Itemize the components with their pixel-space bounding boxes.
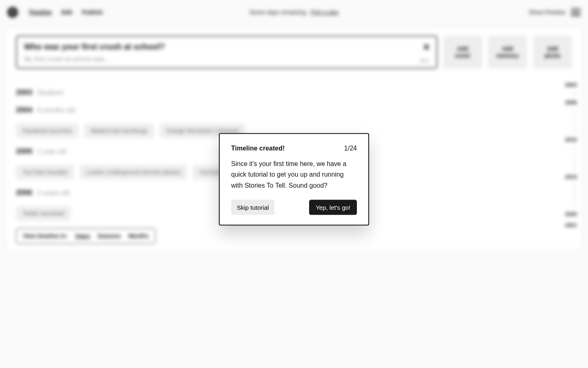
start-tutorial-button[interactable]: Yep, let's go! bbox=[309, 200, 357, 215]
add-photo-button[interactable]: Addphoto bbox=[533, 36, 572, 69]
view-toggle: View timeline in: YearsSeasonsMonths bbox=[16, 228, 156, 244]
rail-year-2020[interactable]: 2020 bbox=[565, 211, 577, 217]
tutorial-modal: Timeline created! 1/24 Since it's your f… bbox=[219, 133, 369, 226]
modal-step-counter: 1/24 bbox=[344, 145, 357, 152]
age-sub: · 1 year old bbox=[34, 148, 66, 155]
year-heading: 2003 bbox=[16, 88, 32, 97]
rail-dot[interactable] bbox=[574, 198, 577, 200]
year-rail[interactable]: 200320052010201520202021 bbox=[565, 82, 577, 245]
year-heading: 2005 bbox=[16, 147, 32, 156]
nav-timeline[interactable]: Timeline bbox=[29, 9, 52, 16]
world-event-chip[interactable]: Facebook launches bbox=[16, 123, 78, 138]
rail-dot[interactable] bbox=[574, 204, 577, 206]
view-opt-seasons[interactable]: Seasons bbox=[98, 233, 121, 239]
pick-plan-link[interactable]: Pick a plan bbox=[311, 9, 339, 16]
age-sub: · Newborn bbox=[34, 89, 64, 96]
writing-prompt-card[interactable]: Who was your first crush at school? My f… bbox=[16, 36, 437, 69]
rail-dot[interactable] bbox=[574, 185, 577, 186]
rail-dot[interactable] bbox=[574, 110, 577, 112]
prompt-filter-dropdown[interactable]: All ▾ bbox=[420, 58, 429, 64]
modal-title: Timeline created! bbox=[231, 145, 285, 152]
rail-dot[interactable] bbox=[574, 148, 577, 149]
view-toggle-label: View timeline in: bbox=[23, 233, 67, 239]
rail-dot[interactable] bbox=[574, 161, 577, 162]
rail-dot[interactable] bbox=[574, 117, 577, 119]
rail-dot[interactable] bbox=[574, 93, 577, 94]
age-sub: · 6 months old bbox=[34, 107, 75, 114]
prompt-question: Who was your first crush at school? bbox=[24, 42, 429, 52]
year-heading: 2004 bbox=[16, 106, 32, 114]
nav-links: TimelineEditPublish bbox=[29, 9, 103, 16]
rail-dot[interactable] bbox=[574, 191, 577, 193]
app-logo[interactable] bbox=[7, 7, 18, 18]
shuffle-icon[interactable]: ✕ bbox=[423, 42, 430, 53]
rail-year-2021[interactable]: 2021 bbox=[565, 222, 577, 228]
add-event-button[interactable]: Addevent bbox=[443, 36, 482, 69]
hamburger-icon[interactable] bbox=[571, 9, 581, 16]
prompt-placeholder: My first crush at school was… bbox=[24, 56, 429, 63]
world-event-chip[interactable]: Twitter launched bbox=[16, 206, 71, 221]
trial-text: Seven days remaining · bbox=[249, 9, 311, 16]
view-opt-years[interactable]: Years bbox=[75, 233, 90, 239]
rail-year-2010[interactable]: 2010 bbox=[565, 137, 577, 143]
rail-dot[interactable] bbox=[574, 123, 577, 125]
rail-dot[interactable] bbox=[574, 167, 577, 169]
world-event-chip[interactable]: Madrid train bombings bbox=[84, 123, 154, 138]
nav-publish[interactable]: Publish bbox=[82, 9, 103, 16]
world-event-chip[interactable]: London Underground terrorist attacks bbox=[80, 165, 187, 180]
rail-dot[interactable] bbox=[574, 130, 577, 132]
skip-tutorial-button[interactable]: Skip tutorial bbox=[231, 200, 274, 215]
world-event-chip[interactable]: YouTube founded bbox=[16, 165, 74, 180]
nav-edit[interactable]: Edit bbox=[62, 9, 72, 16]
show-preview-link[interactable]: Show Preview bbox=[529, 9, 565, 16]
add-memory-button[interactable]: Addmemory bbox=[488, 36, 527, 69]
rail-year-2005[interactable]: 2005 bbox=[565, 99, 577, 105]
view-opt-months[interactable]: Months bbox=[128, 233, 149, 239]
year-heading: 2006 bbox=[16, 188, 32, 197]
rail-dot[interactable] bbox=[574, 154, 577, 156]
modal-body-text: Since it's your first time here, we have… bbox=[231, 159, 357, 191]
rail-year-2015[interactable]: 2015 bbox=[565, 174, 577, 180]
rail-year-2003[interactable]: 2003 bbox=[565, 82, 577, 88]
trial-banner: Seven days remaining · Pick a plan bbox=[249, 9, 339, 16]
age-sub: · 2 years old bbox=[34, 189, 69, 196]
